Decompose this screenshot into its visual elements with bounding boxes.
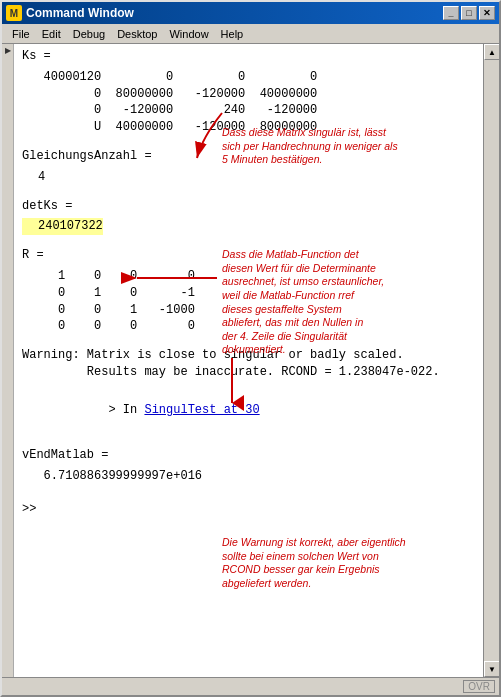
arrow-3 (217, 358, 247, 408)
detks-label: detKs = (22, 198, 475, 215)
title-bar: M Command Window _ □ ✕ (2, 2, 499, 24)
vend-value: 6.710886399999997e+016 (22, 468, 475, 485)
arrow-2 (132, 263, 232, 293)
matrix-ks-row-0: 40000120 0 0 0 (22, 69, 475, 86)
warning-line2: Results may be inaccurate. RCOND = 1.238… (22, 364, 475, 381)
menu-edit[interactable]: Edit (36, 26, 67, 42)
toolbar-arrow-icon: ▶ (5, 46, 11, 55)
vertical-scrollbar: ▲ ▼ (483, 44, 499, 677)
vend-label: vEndMatlab = (22, 447, 475, 464)
command-output[interactable]: Ks = 40000120 0 0 0 0 80000000 -120000 4… (14, 44, 483, 677)
arrow-1 (192, 108, 272, 168)
minimize-button[interactable]: _ (443, 6, 459, 20)
scroll-up-button[interactable]: ▲ (484, 44, 499, 60)
matrix-ks-row-1: 0 80000000 -120000 40000000 (22, 86, 475, 103)
scroll-track[interactable] (484, 60, 499, 661)
maximize-button[interactable]: □ (461, 6, 477, 20)
annotation-3: Die Warnung ist korrekt, aber eigentlich… (222, 536, 437, 591)
window-title: Command Window (26, 6, 443, 20)
warning-section: Warning: Matrix is close to singular or … (22, 347, 475, 435)
close-button[interactable]: ✕ (479, 6, 495, 20)
menu-window[interactable]: Window (163, 26, 214, 42)
detks-section: detKs = 240107322 (22, 198, 475, 236)
detks-value: 240107322 (22, 218, 103, 235)
menu-help[interactable]: Help (215, 26, 250, 42)
menu-debug[interactable]: Debug (67, 26, 111, 42)
menu-desktop[interactable]: Desktop (111, 26, 163, 42)
app-icon: M (6, 5, 22, 21)
annotation-2: Dass die Matlab-Function det diesen Wert… (222, 248, 432, 357)
link-prefix: > In (108, 403, 144, 417)
prompt[interactable]: >> (22, 501, 475, 518)
main-window: M Command Window _ □ ✕ File Edit Debug D… (0, 0, 501, 697)
link-line: > In SingulTest at 30 (22, 385, 475, 435)
ks-label: Ks = (22, 48, 475, 65)
scroll-down-button[interactable]: ▼ (484, 661, 499, 677)
status-bar: OVR (2, 677, 499, 695)
menu-bar: File Edit Debug Desktop Window Help (2, 24, 499, 44)
content-area: ▶ Ks = 40000120 0 0 0 0 80000000 -120000… (2, 44, 499, 677)
gleichungen-value: 4 (22, 169, 475, 186)
window-controls: _ □ ✕ (443, 6, 495, 20)
menu-file[interactable]: File (6, 26, 36, 42)
ovr-indicator: OVR (463, 680, 495, 693)
vend-section: vEndMatlab = 6.710886399999997e+016 (22, 447, 475, 485)
